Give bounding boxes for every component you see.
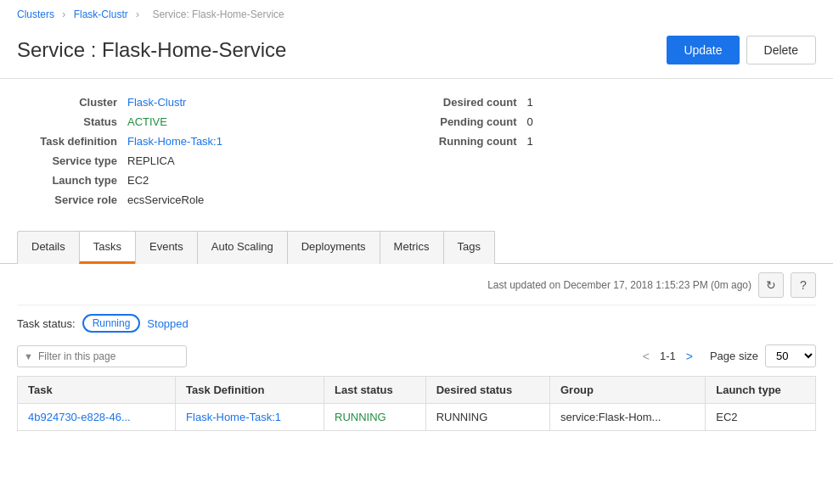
detail-launch-type-value: EC2 xyxy=(127,174,149,187)
header-buttons: Update Delete xyxy=(667,36,816,64)
detail-launch-type: Launch type EC2 xyxy=(17,171,417,190)
launch-type-value: EC2 xyxy=(716,411,737,423)
col-task: Task xyxy=(18,377,176,404)
page-size-select[interactable]: 50 25 100 xyxy=(765,344,816,367)
cell-last-status: RUNNING xyxy=(324,404,426,431)
col-task-definition: Task Definition xyxy=(176,377,324,404)
breadcrumb-sep2: › xyxy=(136,8,139,20)
content-area: Last updated on December 17, 2018 1:15:2… xyxy=(0,264,833,448)
detail-pending-count: Pending count 0 xyxy=(417,112,817,132)
last-updated-text: Last updated on December 17, 2018 1:15:2… xyxy=(487,279,751,291)
group-value: service:Flask-Hom... xyxy=(560,411,661,423)
pagination: < 1-1 > Page size 50 25 100 xyxy=(639,344,816,367)
detail-running-count-value: 1 xyxy=(527,135,533,148)
tasks-table: Task Task Definition Last status Desired… xyxy=(17,376,816,431)
status-running-pill[interactable]: Running xyxy=(82,314,141,333)
tab-metrics[interactable]: Metrics xyxy=(380,231,444,264)
detail-launch-type-label: Launch type xyxy=(17,174,127,187)
detail-desired-count: Desired count 1 xyxy=(417,92,817,112)
next-page-button[interactable]: > xyxy=(683,348,696,365)
detail-status-value: ACTIVE xyxy=(127,115,167,128)
task-definition-link[interactable]: Flask-Home-Task:1 xyxy=(186,411,281,423)
col-desired-status: Desired status xyxy=(425,377,549,404)
table-header-row: Task Task Definition Last status Desired… xyxy=(18,377,816,404)
breadcrumb-clusters-link[interactable]: Clusters xyxy=(17,8,54,20)
help-button[interactable]: ? xyxy=(791,272,816,298)
breadcrumb-current: Service: Flask-Home-Service xyxy=(152,8,284,20)
prev-page-button[interactable]: < xyxy=(639,348,653,365)
details-right: Desired count 1 Pending count 0 Running … xyxy=(417,92,817,210)
cell-desired-status: RUNNING xyxy=(425,404,549,431)
desired-status-value: RUNNING xyxy=(436,411,488,423)
detail-running-count: Running count 1 xyxy=(417,132,817,151)
breadcrumb-cluster-link[interactable]: Flask-Clustr xyxy=(74,8,128,20)
detail-cluster-label: Cluster xyxy=(17,96,127,109)
detail-desired-count-label: Desired count xyxy=(417,96,527,109)
tab-events[interactable]: Events xyxy=(135,231,198,264)
detail-service-type-value: REPLICA xyxy=(127,154,175,167)
filter-input[interactable] xyxy=(17,345,187,367)
page-header: Service : Flask-Home-Service Update Dele… xyxy=(0,29,833,79)
table-row: 4b924730-e828-46... Flask-Home-Task:1 RU… xyxy=(18,404,816,431)
update-bar: Last updated on December 17, 2018 1:15:2… xyxy=(17,264,816,305)
filter-icon: ▼ xyxy=(24,351,33,361)
refresh-button[interactable]: ↻ xyxy=(758,272,784,298)
cell-launch-type: EC2 xyxy=(706,404,816,431)
detail-service-role-value: ecsServiceRole xyxy=(127,193,204,206)
detail-service-role: Service role ecsServiceRole xyxy=(17,190,417,210)
update-button[interactable]: Update xyxy=(667,36,739,64)
cell-task-definition: Flask-Home-Task:1 xyxy=(176,404,324,431)
page-range: 1-1 xyxy=(660,350,676,362)
detail-desired-count-value: 1 xyxy=(527,96,533,109)
delete-button[interactable]: Delete xyxy=(746,36,816,64)
task-link[interactable]: 4b924730-e828-46... xyxy=(28,411,131,423)
last-status-value: RUNNING xyxy=(335,411,386,423)
detail-task-def: Task definition Flask-Home-Task:1 xyxy=(17,132,417,151)
tab-tags[interactable]: Tags xyxy=(443,231,495,264)
tab-auto-scaling[interactable]: Auto Scaling xyxy=(197,231,288,264)
detail-task-def-value[interactable]: Flask-Home-Task:1 xyxy=(127,135,222,148)
detail-cluster-value[interactable]: Flask-Clustr xyxy=(127,96,186,109)
tabs-container: Details Tasks Events Auto Scaling Deploy… xyxy=(0,230,833,264)
cell-group: service:Flask-Hom... xyxy=(550,404,706,431)
col-group: Group xyxy=(550,377,706,404)
detail-task-def-label: Task definition xyxy=(17,135,127,148)
detail-service-role-label: Service role xyxy=(17,193,127,206)
tab-tasks[interactable]: Tasks xyxy=(79,231,136,264)
filter-pagination-row: ▼ < 1-1 > Page size 50 25 100 xyxy=(17,339,816,372)
task-status-label: Task status: xyxy=(17,317,76,330)
detail-status-label: Status xyxy=(17,115,127,128)
tab-deployments[interactable]: Deployments xyxy=(287,231,380,264)
detail-service-type-label: Service type xyxy=(17,154,127,167)
tabs: Details Tasks Events Auto Scaling Deploy… xyxy=(17,230,816,263)
col-last-status: Last status xyxy=(324,377,426,404)
cell-task: 4b924730-e828-46... xyxy=(18,404,176,431)
page-title: Service : Flask-Home-Service xyxy=(17,38,286,62)
task-status-row: Task status: Running Stopped xyxy=(17,305,816,339)
filter-input-wrap: ▼ xyxy=(17,345,187,367)
detail-running-count-label: Running count xyxy=(417,135,527,148)
col-launch-type: Launch type xyxy=(706,377,816,404)
breadcrumb-sep1: › xyxy=(62,8,65,20)
page-size-label: Page size xyxy=(710,350,758,362)
tab-details[interactable]: Details xyxy=(17,231,80,264)
breadcrumb: Clusters › Flask-Clustr › Service: Flask… xyxy=(0,0,833,29)
detail-service-type: Service type REPLICA xyxy=(17,151,417,171)
detail-status: Status ACTIVE xyxy=(17,112,417,132)
details-grid: Cluster Flask-Clustr Status ACTIVE Task … xyxy=(0,79,833,223)
detail-pending-count-value: 0 xyxy=(527,115,533,128)
status-stopped-link[interactable]: Stopped xyxy=(147,317,188,330)
detail-cluster: Cluster Flask-Clustr xyxy=(17,92,417,112)
details-left: Cluster Flask-Clustr Status ACTIVE Task … xyxy=(17,92,417,210)
detail-pending-count-label: Pending count xyxy=(417,115,527,128)
